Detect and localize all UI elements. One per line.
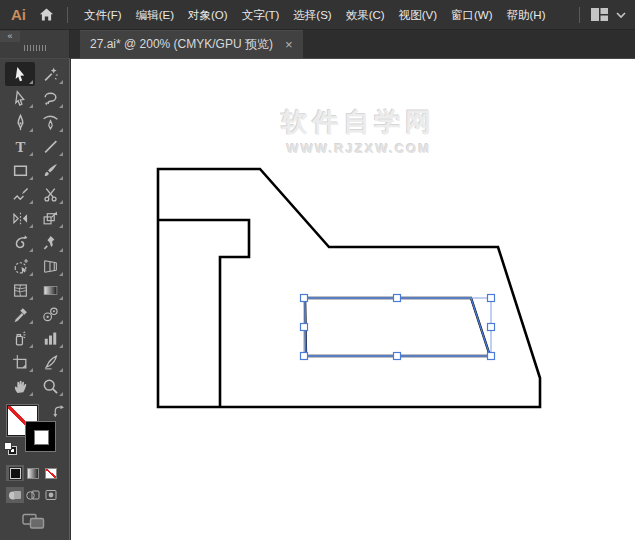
tab-bar: « 27.ai* @ 200% (CMYK/GPU 预览) × xyxy=(0,30,635,58)
selection-handle[interactable] xyxy=(301,353,308,360)
perspective-grid-tool[interactable] xyxy=(35,254,65,278)
width-tool[interactable] xyxy=(5,230,35,254)
drawing-scene xyxy=(71,59,635,540)
draw-normal-button[interactable] xyxy=(6,487,24,503)
toolbar-drag-grip[interactable] xyxy=(24,45,47,51)
pen-icon xyxy=(12,114,29,131)
menu-list: 文件(F)编辑(E)对象(O)文字(T)选择(S)效果(C)视图(V)窗口(W)… xyxy=(77,0,552,30)
chevron-down-icon[interactable] xyxy=(615,11,627,19)
mesh-tool[interactable] xyxy=(5,278,35,302)
selection-handle[interactable] xyxy=(301,295,308,302)
menu-item-object[interactable]: 对象(O) xyxy=(181,0,235,30)
drawn-notch-lines[interactable] xyxy=(158,220,249,407)
menu-item-effect[interactable]: 效果(C) xyxy=(339,0,392,30)
selected-trapezoid[interactable] xyxy=(305,298,490,356)
line-segment-tool[interactable] xyxy=(35,134,65,158)
draw-inside-button[interactable] xyxy=(42,487,60,503)
width-icon xyxy=(12,234,29,251)
selection-handle[interactable] xyxy=(301,324,308,331)
toolbar-panel-header: « xyxy=(0,30,70,58)
home-button[interactable] xyxy=(38,7,55,23)
document-tab[interactable]: 27.ai* @ 200% (CMYK/GPU 预览) × xyxy=(80,30,303,58)
menu-item-help[interactable]: 帮助(H) xyxy=(500,0,553,30)
menu-item-file[interactable]: 文件(F) xyxy=(77,0,129,30)
tools-grid: T xyxy=(5,62,65,398)
selection-handle[interactable] xyxy=(394,353,401,360)
gradient-tool[interactable] xyxy=(35,278,65,302)
line-segment-icon xyxy=(42,138,59,155)
shaper-tool[interactable] xyxy=(5,182,35,206)
selection-handle[interactable] xyxy=(394,295,401,302)
mesh-icon xyxy=(12,282,29,299)
slice-icon xyxy=(42,354,59,371)
none-button[interactable] xyxy=(42,465,60,481)
drawn-outline-shape[interactable] xyxy=(158,169,540,407)
free-transform-icon xyxy=(42,210,59,227)
paintbrush-tool[interactable] xyxy=(35,158,65,182)
reflect-tool[interactable] xyxy=(5,206,35,230)
selection-handle[interactable] xyxy=(488,295,495,302)
draw-inside-icon xyxy=(43,487,59,503)
scissors-icon xyxy=(42,186,59,203)
screen-mode-icon xyxy=(22,513,46,530)
menu-item-edit[interactable]: 编辑(E) xyxy=(129,0,181,30)
direct-selection-icon xyxy=(12,90,29,107)
zoom-tool[interactable] xyxy=(35,374,65,398)
menu-item-select[interactable]: 选择(S) xyxy=(286,0,338,30)
home-icon xyxy=(38,7,55,23)
selection-icon xyxy=(12,66,29,83)
menubar-separator xyxy=(67,7,68,23)
scissors-tool[interactable] xyxy=(35,182,65,206)
magic-wand-tool[interactable] xyxy=(35,62,65,86)
color-button[interactable] xyxy=(6,465,24,481)
menu-item-view[interactable]: 视图(V) xyxy=(392,0,444,30)
magic-wand-icon xyxy=(42,66,59,83)
workspace-switcher-icon[interactable] xyxy=(590,7,609,22)
draw-behind-icon xyxy=(25,487,41,503)
eyedropper-icon xyxy=(12,306,29,323)
blend-tool[interactable] xyxy=(35,302,65,326)
draw-behind-button[interactable] xyxy=(24,487,42,503)
illustrator-window: Ai 文件(F)编辑(E)对象(O)文字(T)选择(S)效果(C)视图(V)窗口… xyxy=(0,0,635,540)
color-mode-row xyxy=(6,465,60,481)
selection-tool[interactable] xyxy=(5,62,35,86)
default-fill-stroke-icon[interactable] xyxy=(3,441,19,461)
draw-normal-icon xyxy=(7,487,23,503)
rectangle-icon xyxy=(12,162,29,179)
slice-tool[interactable] xyxy=(35,350,65,374)
paintbrush-icon xyxy=(42,162,59,179)
artboard-tool[interactable] xyxy=(5,350,35,374)
symbol-sprayer-tool[interactable] xyxy=(5,326,35,350)
gradient-icon xyxy=(42,282,59,299)
type-tool[interactable]: T xyxy=(5,134,35,158)
eyedropper-tool[interactable] xyxy=(5,302,35,326)
collapse-toolbar-button[interactable]: « xyxy=(0,31,20,42)
hand-tool[interactable] xyxy=(5,374,35,398)
puppet-warp-tool[interactable] xyxy=(35,230,65,254)
artboard-canvas[interactable]: 软件自学网 WWW.RJZXW.COM xyxy=(71,58,635,540)
rectangle-tool[interactable] xyxy=(5,158,35,182)
lasso-tool[interactable] xyxy=(35,86,65,110)
blend-icon xyxy=(42,306,59,323)
column-graph-tool[interactable] xyxy=(35,326,65,350)
fill-stroke-cluster xyxy=(0,403,70,463)
type-icon: T xyxy=(12,138,29,155)
free-transform-tool[interactable] xyxy=(35,206,65,230)
curvature-tool[interactable] xyxy=(35,110,65,134)
menu-item-window[interactable]: 窗口(W) xyxy=(444,0,500,30)
close-tab-icon[interactable]: × xyxy=(285,38,293,51)
stroke-swatch[interactable] xyxy=(25,421,56,452)
shape-builder-tool[interactable] xyxy=(5,254,35,278)
zoom-icon xyxy=(42,378,59,395)
screen-mode-button[interactable] xyxy=(22,513,46,534)
puppet-warp-icon xyxy=(42,234,59,251)
menubar-right xyxy=(569,7,627,23)
pen-tool[interactable] xyxy=(5,110,35,134)
direct-selection-tool[interactable] xyxy=(5,86,35,110)
swap-fill-stroke-icon[interactable] xyxy=(52,404,67,423)
menu-item-type[interactable]: 文字(T) xyxy=(235,0,287,30)
selection-handle[interactable] xyxy=(488,324,495,331)
symbol-sprayer-icon xyxy=(12,330,29,347)
selection-handle[interactable] xyxy=(488,353,495,360)
gradient-button[interactable] xyxy=(24,465,42,481)
